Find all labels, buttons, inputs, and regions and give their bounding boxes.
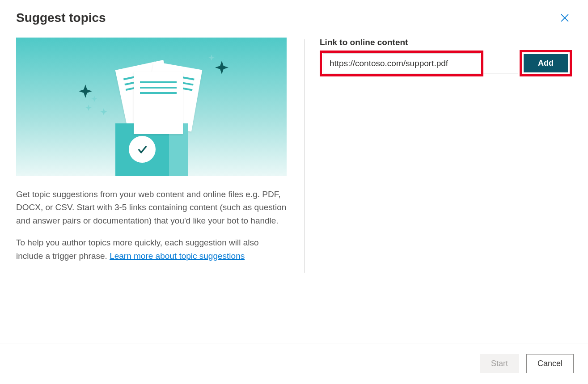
add-button[interactable]: Add — [524, 54, 568, 72]
close-icon — [561, 14, 569, 22]
checkmark-icon — [136, 143, 148, 156]
url-input-row: Add — [320, 50, 572, 76]
close-button[interactable] — [558, 11, 572, 25]
sparkle-icon — [91, 96, 97, 102]
dialog-title: Suggest topics — [16, 11, 106, 25]
hero-illustration — [16, 38, 287, 176]
sparkle-icon — [215, 61, 228, 74]
description-paragraph: To help you author topics more quickly, … — [16, 236, 287, 262]
input-highlight-box — [320, 51, 483, 76]
description-paragraph: Get topic suggestions from your web cont… — [16, 188, 287, 227]
sparkle-icon — [79, 84, 92, 98]
vertical-divider — [304, 39, 305, 273]
sparkle-icon — [208, 55, 215, 61]
add-highlight-box: Add — [520, 50, 572, 76]
sparkle-icon — [85, 105, 92, 111]
left-column: Get topic suggestions from your web cont… — [16, 38, 287, 271]
dialog-footer: Start Cancel — [0, 343, 588, 384]
dialog-body: Get topic suggestions from your web cont… — [0, 29, 588, 271]
url-field-label: Link to online content — [320, 38, 572, 47]
right-column: Link to online content Add — [305, 38, 572, 271]
sparkle-icon — [100, 108, 107, 115]
start-button[interactable]: Start — [480, 354, 519, 373]
dialog-header: Suggest topics — [0, 0, 588, 29]
input-underline — [483, 73, 518, 73]
learn-more-link[interactable]: Learn more about topic suggestions — [110, 251, 245, 261]
url-input[interactable] — [323, 54, 480, 73]
cancel-button[interactable]: Cancel — [526, 354, 574, 373]
description-text: Get topic suggestions from your web cont… — [16, 188, 287, 262]
